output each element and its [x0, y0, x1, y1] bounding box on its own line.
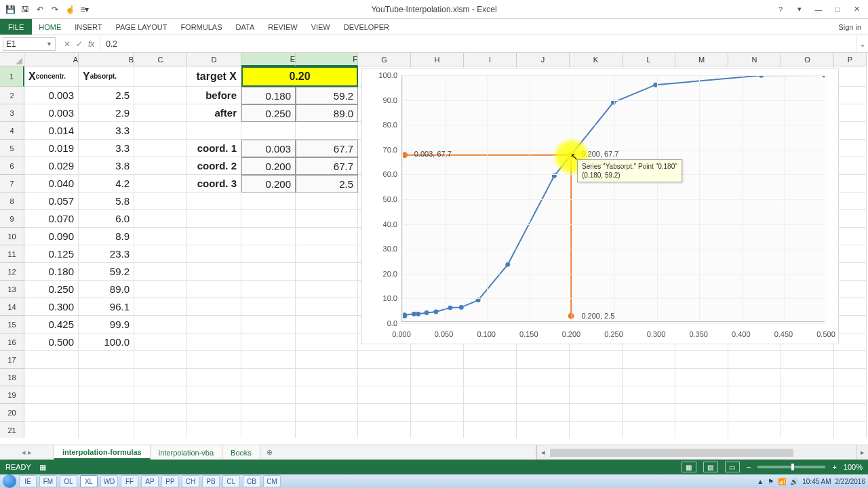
hscroll-track[interactable]	[550, 449, 854, 457]
view-pagebreak-icon[interactable]: ▭	[725, 462, 740, 472]
cell[interactable]	[728, 386, 781, 404]
tab-insert[interactable]: INSERT	[68, 19, 108, 35]
cell[interactable]	[781, 351, 834, 369]
col-I[interactable]: I	[464, 53, 517, 66]
zoom-out-button[interactable]: −	[747, 463, 751, 471]
cell[interactable]	[24, 422, 79, 438]
cell[interactable]: 67.7	[296, 157, 358, 175]
qat-undo-icon[interactable]: ↶	[34, 3, 46, 16]
cell[interactable]: 59.2	[296, 87, 358, 104]
cell[interactable]	[24, 351, 79, 369]
tray-flag-icon[interactable]: ⚑	[768, 478, 774, 485]
cell[interactable]	[517, 369, 570, 386]
cell[interactable]	[358, 386, 411, 404]
cell[interactable]	[781, 404, 834, 422]
cell[interactable]	[241, 316, 296, 333]
taskbar-app-ff[interactable]: FF	[121, 475, 138, 487]
cell[interactable]	[187, 422, 241, 438]
cell[interactable]	[358, 404, 411, 422]
cell[interactable]: 0.014	[24, 122, 79, 140]
cell[interactable]	[358, 369, 411, 386]
sheet-tab-nav[interactable]: ◂ ▸	[0, 445, 54, 460]
cell[interactable]	[411, 351, 464, 369]
cell[interactable]: 96.1	[79, 298, 134, 316]
add-sheet-button[interactable]: ⊕	[260, 445, 279, 460]
cell[interactable]	[570, 404, 623, 422]
cell[interactable]	[728, 404, 781, 422]
cell[interactable]: coord. 2	[187, 157, 241, 175]
cell[interactable]	[464, 422, 517, 438]
cell[interactable]	[411, 422, 464, 438]
taskbar-app-wd[interactable]: WD	[100, 475, 118, 487]
tab-developer[interactable]: DEVELOPER	[337, 19, 396, 35]
cell[interactable]	[411, 404, 464, 422]
cell[interactable]	[134, 316, 187, 333]
cell[interactable]: 0.003	[241, 140, 296, 157]
cell[interactable]	[834, 281, 867, 298]
cell[interactable]: 89.0	[79, 281, 134, 298]
cell[interactable]	[187, 351, 241, 369]
cell[interactable]	[296, 192, 358, 210]
cell[interactable]	[241, 192, 296, 210]
taskbar-app-fm[interactable]: FM	[39, 475, 57, 487]
taskbar-app-ol[interactable]: OL	[60, 475, 77, 487]
cell[interactable]	[728, 422, 781, 438]
cell[interactable]	[241, 263, 296, 281]
cell[interactable]	[241, 298, 296, 316]
taskbar-app-xl[interactable]: XL	[80, 475, 98, 487]
cell[interactable]	[24, 386, 79, 404]
cell[interactable]	[187, 228, 241, 245]
cell[interactable]	[834, 386, 867, 404]
row-header[interactable]: 4	[0, 122, 24, 140]
formula-expand-icon[interactable]: ⌄	[856, 35, 868, 52]
qat-redo-icon[interactable]: ↷	[49, 3, 61, 16]
cell[interactable]: 67.7	[296, 140, 358, 157]
cell[interactable]: 0.300	[24, 298, 79, 316]
taskbar-app-pp[interactable]: PP	[161, 475, 179, 487]
cell[interactable]	[834, 122, 867, 140]
cell[interactable]	[241, 210, 296, 228]
cell[interactable]: 0.200	[241, 157, 296, 175]
cell[interactable]: 5.8	[79, 192, 134, 210]
cell[interactable]: 3.8	[79, 157, 134, 175]
tab-page-layout[interactable]: PAGE LAYOUT	[108, 19, 174, 35]
zoom-slider[interactable]	[757, 466, 825, 468]
cell[interactable]	[296, 122, 358, 140]
cell[interactable]	[834, 104, 867, 122]
chart-plot-area[interactable]: 0.003, 67.70.200, 67.70.200, 2.5 ↖ Serie…	[401, 75, 825, 322]
sheet-tab-interpolation-vba[interactable]: interpolation-vba	[151, 445, 222, 460]
qat-touch-icon[interactable]: ☝	[64, 3, 76, 16]
cell[interactable]	[241, 404, 296, 422]
taskbar-app-ch[interactable]: CH	[182, 475, 199, 487]
view-layout-icon[interactable]: ▤	[703, 462, 718, 472]
cell[interactable]	[241, 369, 296, 386]
col-H[interactable]: H	[411, 53, 464, 66]
cell[interactable]	[570, 351, 623, 369]
cell[interactable]	[834, 87, 867, 104]
cell[interactable]	[464, 386, 517, 404]
cell[interactable]: coord. 1	[187, 140, 241, 157]
ribbon-options-button[interactable]: ▾	[791, 3, 808, 16]
cell[interactable]	[296, 263, 358, 281]
cell[interactable]	[358, 422, 411, 438]
cell[interactable]	[241, 351, 296, 369]
cell[interactable]	[24, 404, 79, 422]
cell[interactable]	[296, 422, 358, 438]
file-tab[interactable]: FILE	[0, 19, 32, 35]
cell[interactable]	[411, 386, 464, 404]
cell[interactable]	[781, 422, 834, 438]
cell[interactable]	[241, 386, 296, 404]
hscroll-right-icon[interactable]: ▸	[856, 445, 868, 460]
cell[interactable]	[187, 386, 241, 404]
cell[interactable]: target X	[187, 66, 241, 87]
name-box-dropdown-icon[interactable]: ▼	[46, 41, 52, 47]
cell[interactable]	[134, 369, 187, 386]
cell[interactable]	[134, 386, 187, 404]
row-header[interactable]: 7	[0, 175, 24, 192]
cell[interactable]	[296, 386, 358, 404]
cell[interactable]: 4.2	[79, 175, 134, 192]
sheet-grid[interactable]: A B C D E F G H I J K L M N O P 1Xconcen…	[0, 53, 868, 438]
cell[interactable]: 2.9	[79, 104, 134, 122]
cell[interactable]: 0.040	[24, 175, 79, 192]
cell[interactable]: 59.2	[79, 263, 134, 281]
